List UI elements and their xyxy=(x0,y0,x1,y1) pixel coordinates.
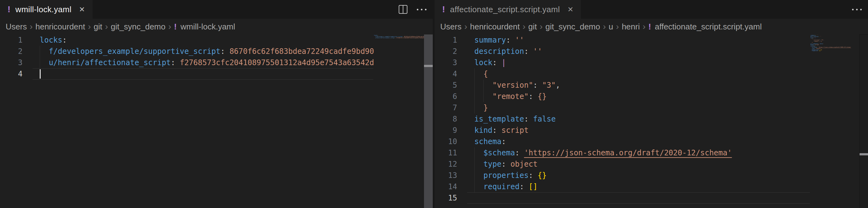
tab-label: wmill-lock.yaml xyxy=(15,5,71,15)
line-number: 9 xyxy=(435,125,457,136)
code-line[interactable]: 13 properties: {} xyxy=(435,170,810,181)
code-line[interactable]: 15 xyxy=(435,192,810,204)
breadcrumb: Users›henricourdent›git›git_sync_demo›!w… xyxy=(0,19,433,34)
line-number: 3 xyxy=(0,57,23,68)
code-line[interactable]: 9kind: script xyxy=(435,125,810,136)
code-text: locks: xyxy=(40,34,67,46)
split-editor-icon[interactable] xyxy=(399,5,407,14)
tab-wmill-lock-yaml[interactable]: ! wmill-lock.yaml ✕ xyxy=(0,0,93,19)
tab-actions-right xyxy=(852,0,862,19)
code-line[interactable]: 8is_template: false xyxy=(435,113,810,125)
code-text: lock: | xyxy=(474,57,506,68)
code-line[interactable]: 12 type: object xyxy=(435,158,810,170)
editor-group-left: ! wmill-lock.yaml ✕ Users›henricourdent›… xyxy=(0,0,433,208)
breadcrumb-item[interactable]: Users xyxy=(6,22,27,32)
breadcrumb-item[interactable]: git_sync_demo xyxy=(111,22,165,32)
close-icon[interactable]: ✕ xyxy=(567,6,574,13)
more-actions-icon[interactable] xyxy=(852,0,862,19)
code-line[interactable]: 2 f/developers_example/supportive_script… xyxy=(0,46,374,57)
line-number: 5 xyxy=(435,80,457,91)
line-number: 7 xyxy=(435,102,457,113)
breadcrumb-item[interactable]: u xyxy=(609,22,613,32)
text-cursor xyxy=(40,69,41,79)
editor-right: 1summary: ''2description: ''3lock: |4 {5… xyxy=(435,34,868,208)
breadcrumb-chevron-icon: › xyxy=(640,22,648,31)
breadcrumb-item[interactable]: henricourdent xyxy=(35,22,85,32)
breadcrumb-item[interactable]: henri xyxy=(622,22,640,32)
breadcrumb-file-name: wmill-lock.yaml xyxy=(180,22,235,32)
code-line[interactable]: 3lock: | xyxy=(435,57,810,68)
line-number: 10 xyxy=(435,136,457,147)
code-line[interactable]: 4 xyxy=(0,68,374,80)
line-number: 1 xyxy=(435,34,457,46)
code-line[interactable]: 11 $schema: 'https://json-schema.org/dra… xyxy=(435,147,810,158)
code-region-right[interactable]: 1summary: ''2description: ''3lock: |4 {5… xyxy=(435,34,810,208)
breadcrumb-file-name: affectionate_script.script.yaml xyxy=(655,22,762,32)
code-text: } xyxy=(474,102,488,113)
code-line[interactable]: 1locks: xyxy=(0,34,374,46)
breadcrumb-item[interactable]: Users xyxy=(440,22,462,32)
yaml-file-icon: ! xyxy=(649,23,651,31)
scrollbar-thumb[interactable] xyxy=(424,34,433,208)
line-number: 15 xyxy=(435,192,457,204)
breadcrumb-file[interactable]: !wmill-lock.yaml xyxy=(174,22,235,32)
code-line[interactable]: 6 "remote": {} xyxy=(435,91,810,102)
code-line[interactable]: 10schema: xyxy=(435,136,810,147)
line-number: 4 xyxy=(0,68,23,80)
code-line[interactable]: 3 u/henri/affectionate_script: f2768573c… xyxy=(0,57,374,68)
overview-cursor-mark xyxy=(424,65,433,67)
minimap-line: u/henri/affectionate_script: f2768573cfc… xyxy=(374,37,424,38)
code-text: u/henri/affectionate_script: f2768573cfc… xyxy=(40,57,374,68)
code-text: is_template: false xyxy=(474,113,556,125)
code-text: properties: {} xyxy=(474,170,547,181)
scrollbar-right[interactable] xyxy=(859,34,868,208)
breadcrumb-file[interactable]: !affectionate_script.script.yaml xyxy=(649,22,762,32)
code-text: "version": "3", xyxy=(474,80,560,91)
breadcrumb-item[interactable]: git xyxy=(94,22,102,32)
editor-group-right: ! affectionate_script.script.yaml ✕ User… xyxy=(435,0,868,208)
line-number: 2 xyxy=(0,46,23,57)
breadcrumb-chevron-icon: › xyxy=(537,22,545,31)
tab-label: affectionate_script.script.yaml xyxy=(450,5,560,15)
current-line-highlight xyxy=(467,192,810,204)
code-text: description: '' xyxy=(474,46,542,57)
breadcrumb-chevron-icon: › xyxy=(462,22,470,31)
tab-actions-left xyxy=(399,0,427,19)
code-text: summary: '' xyxy=(474,34,524,46)
yaml-file-icon: ! xyxy=(442,5,445,14)
breadcrumb-chevron-icon: › xyxy=(613,22,622,31)
breadcrumb-item[interactable]: git_sync_demo xyxy=(545,22,600,32)
code-region-left[interactable]: 1locks:2 f/developers_example/supportive… xyxy=(0,34,374,208)
breadcrumb-item[interactable]: henricourdent xyxy=(470,22,520,32)
line-number: 2 xyxy=(435,46,457,57)
code-line[interactable]: 4 { xyxy=(435,68,810,80)
code-line[interactable]: 2description: '' xyxy=(435,46,810,57)
line-number: 12 xyxy=(435,158,457,170)
code-text: { xyxy=(474,68,488,80)
tab-affectionate-script-yaml[interactable]: ! affectionate_script.script.yaml ✕ xyxy=(435,0,581,19)
code-line[interactable]: 7 } xyxy=(435,102,810,113)
line-number: 4 xyxy=(435,68,457,80)
code-text: kind: script xyxy=(474,125,528,136)
overview-cursor-mark xyxy=(860,153,868,155)
line-number: 8 xyxy=(435,113,457,125)
code-text: type: object xyxy=(474,158,537,170)
code-text: "remote": {} xyxy=(474,91,547,102)
close-icon[interactable]: ✕ xyxy=(79,6,85,13)
minimap-left[interactable]: locks: f/developers_example/supportive_s… xyxy=(374,34,424,208)
code-line[interactable]: 14 required: [] xyxy=(435,181,810,192)
code-line[interactable]: 1summary: '' xyxy=(435,34,810,46)
minimap-right[interactable]: summary: ''description: ''lock: | { "ver… xyxy=(810,34,859,208)
editor-left: 1locks:2 f/developers_example/supportive… xyxy=(0,34,433,208)
code-line[interactable]: 5 "version": "3", xyxy=(435,80,810,91)
breadcrumb-item[interactable]: git xyxy=(528,22,537,32)
current-line-highlight xyxy=(33,68,373,80)
yaml-file-icon: ! xyxy=(174,23,177,31)
line-number: 13 xyxy=(435,170,457,181)
line-number: 6 xyxy=(435,91,457,102)
breadcrumb-chevron-icon: › xyxy=(27,22,35,31)
more-actions-icon[interactable] xyxy=(417,0,427,19)
breadcrumb-chevron-icon: › xyxy=(520,22,528,31)
breadcrumb-chevron-icon: › xyxy=(165,22,174,31)
scrollbar-left[interactable] xyxy=(424,34,433,208)
